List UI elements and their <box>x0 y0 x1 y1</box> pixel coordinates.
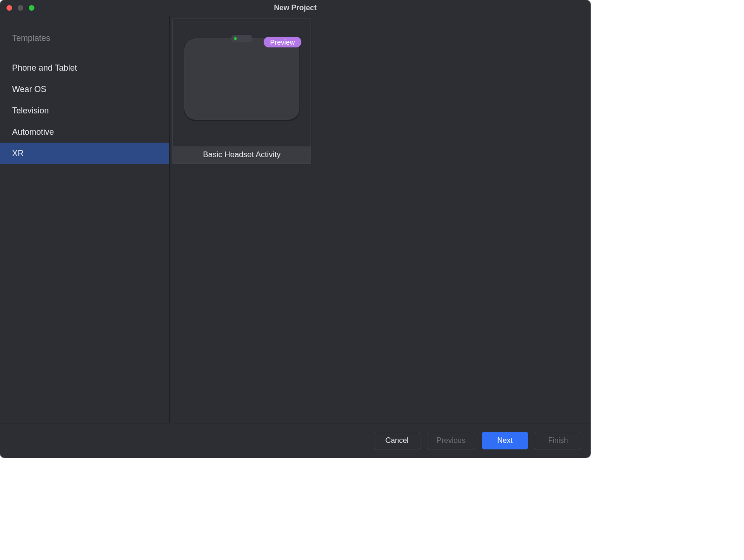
maximize-icon[interactable] <box>29 5 34 11</box>
sidebar-item-automotive[interactable]: Automotive <box>0 121 169 143</box>
headset-icon <box>184 38 300 120</box>
window-title: New Project <box>0 4 591 12</box>
preview-badge: Preview <box>264 37 301 47</box>
sidebar-item-phone-and-tablet[interactable]: Phone and Tablet <box>0 57 169 79</box>
wizard-footer: Cancel Previous Next Finish <box>0 423 591 458</box>
cancel-button[interactable]: Cancel <box>374 432 420 449</box>
titlebar: New Project <box>0 0 591 16</box>
minimize-icon[interactable] <box>18 5 23 11</box>
next-button[interactable]: Next <box>482 432 528 449</box>
finish-button: Finish <box>535 432 581 449</box>
template-preview: Preview <box>173 19 311 146</box>
sidebar-heading: Templates <box>0 32 169 57</box>
sidebar-item-television[interactable]: Television <box>0 100 169 121</box>
sidebar-item-wear-os[interactable]: Wear OS <box>0 79 169 100</box>
template-card-basic-headset-activity[interactable]: Preview Basic Headset Activity <box>173 19 311 164</box>
close-icon[interactable] <box>7 5 12 11</box>
templates-sidebar: Templates Phone and Tablet Wear OS Telev… <box>0 16 170 423</box>
window-controls <box>0 5 34 11</box>
new-project-window: New Project Templates Phone and Tablet W… <box>0 0 591 458</box>
previous-button: Previous <box>427 432 475 449</box>
templates-grid: Preview Basic Headset Activity <box>170 16 591 423</box>
template-label: Basic Headset Activity <box>173 146 311 164</box>
sidebar-item-xr[interactable]: XR <box>0 143 169 164</box>
